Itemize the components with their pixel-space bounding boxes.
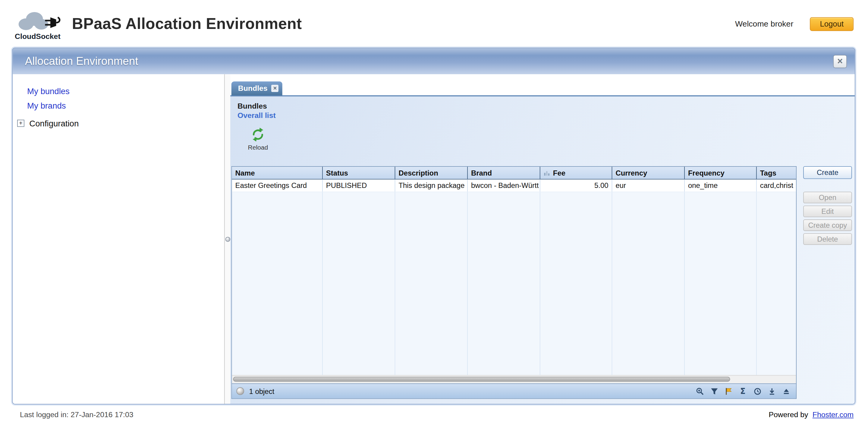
cell-tags: card,christ [757,179,796,191]
expand-icon[interactable]: + [17,120,24,127]
filler-column [685,192,757,375]
fhoster-link[interactable]: Fhoster.com [812,411,854,419]
bundles-table: Name Status Description Brand Fee [231,166,797,399]
reload-icon [251,127,265,142]
history-icon[interactable] [753,387,762,395]
cell-description: This design package [395,179,468,191]
window-body: My bundles My brands + Configuration Bun… [13,74,855,404]
scrollbar-thumb[interactable] [233,377,730,382]
download-icon[interactable] [767,387,776,395]
window-close-button[interactable]: × [833,55,847,68]
sidebar-item-my-bundles[interactable]: My bundles [27,87,70,96]
configuration-label[interactable]: Configuration [29,119,79,128]
column-header-description[interactable]: Description [395,167,468,179]
cell-currency: eur [612,179,685,191]
tab-bundles[interactable]: Bundles × [231,82,282,95]
status-sphere-icon [236,387,244,395]
table-row[interactable]: Easter Greetings Card PUBLISHED This des… [232,179,796,192]
sidebar-item-configuration: + Configuration [17,119,224,128]
allocation-environment-window: Allocation Environment × My bundles My b… [12,48,855,405]
cell-fee: 5.00 [540,179,613,191]
table-header-row: Name Status Description Brand Fee [232,167,796,179]
splitter[interactable] [224,74,230,404]
filler-column [468,192,540,375]
column-header-tags[interactable]: Tags [757,167,796,179]
tabstrip: Bundles × [230,74,855,96]
main-row: Name Status Description Brand Fee [230,166,855,404]
window-title: Allocation Environment [25,55,833,67]
app-title: BPaaS Allocation Environment [72,15,302,33]
cloudsocket-logo: CloudSocket [11,9,64,40]
close-icon: × [837,56,843,66]
numeric-column-icon [544,170,550,176]
flag-icon[interactable] [724,387,733,395]
open-button[interactable]: Open [803,191,852,203]
status-toolbar: Σ [695,387,790,395]
column-header-status[interactable]: Status [323,167,396,179]
create-button[interactable]: Create [803,166,852,179]
filler-column [323,192,396,375]
edit-button[interactable]: Edit [803,205,852,217]
sum-icon[interactable]: Σ [738,387,747,395]
table-status-bar: 1 object [232,383,796,398]
column-header-frequency[interactable]: Frequency [685,167,757,179]
filler-column [540,192,613,375]
sidebar-item-my-brands[interactable]: My brands [27,101,66,110]
cell-status: PUBLISHED [323,179,396,191]
filler-column [395,192,468,375]
last-login-text: Last logged in: 27-Jan-2016 17:03 [20,411,133,419]
filler-column [757,192,796,375]
cloud-plug-icon [12,9,63,34]
sidebar: My bundles My brands + Configuration [13,74,224,404]
table-empty-area [232,192,796,375]
delete-button[interactable]: Delete [803,233,852,245]
column-header-fee[interactable]: Fee [540,167,613,179]
section-title: Bundles [238,102,855,110]
tab-label: Bundles [238,84,268,93]
column-header-name[interactable]: Name [232,167,323,179]
button-gap [803,179,852,191]
zoom-icon[interactable] [695,387,704,395]
cell-name: Easter Greetings Card [232,179,323,191]
content-pane: Bundles × Bundles Overall list [230,74,855,404]
filler-column [232,192,323,375]
column-header-currency[interactable]: Currency [612,167,685,179]
create-copy-button[interactable]: Create copy [803,219,852,231]
section-subtitle[interactable]: Overall list [238,111,276,120]
powered-by-text: Powered by [769,411,808,419]
powered-by: Powered by Fhoster.com [769,411,854,419]
action-buttons: Create Open Edit Create copy Delete [803,166,852,404]
eject-icon[interactable] [781,387,790,395]
toolbar-area: Bundles Overall list Reload [230,96,855,166]
splitter-knob-icon[interactable] [225,236,230,242]
tab-close-icon[interactable]: × [271,85,278,92]
cell-brand: bwcon - Baden-Württ [468,179,540,191]
filter-icon[interactable] [710,387,718,395]
welcome-text: Welcome broker [735,19,793,28]
app-header: CloudSocket BPaaS Allocation Environment… [0,0,868,48]
horizontal-scrollbar[interactable] [232,375,796,383]
app-footer: Last logged in: 27-Jan-2016 17:03 Powere… [0,405,868,419]
column-header-brand[interactable]: Brand [468,167,540,179]
logo-text: CloudSocket [15,32,61,41]
cell-frequency: one_time [685,179,757,191]
logout-button[interactable]: Logout [810,17,854,31]
filler-column [612,192,685,375]
reload-label: Reload [245,144,271,151]
reload-button[interactable]: Reload [245,127,271,150]
object-count: 1 object [249,387,275,395]
window-titlebar: Allocation Environment × [13,48,855,74]
